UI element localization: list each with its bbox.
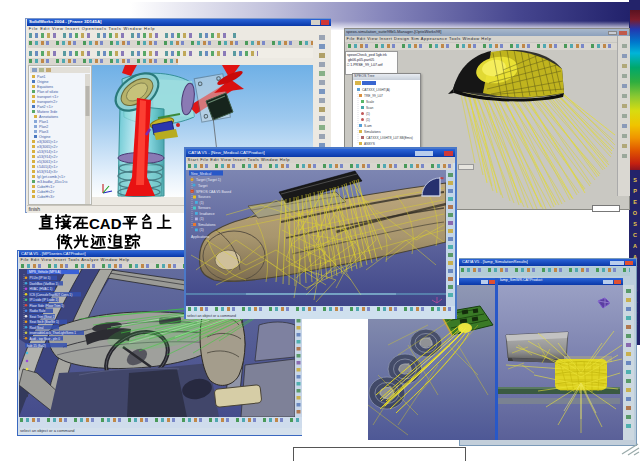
svg-text:t.5401(4)<1>: t.5401(4)<1> [37,165,58,169]
svg-text:m3.badlw_45cc1<c: m3.badlw_45cc1<c [37,180,68,184]
svg-text:SPEOS CAA V5 Based: SPEOS CAA V5 Based [196,190,231,194]
svg-text:(1): (1) [200,228,204,232]
svg-text:Target (Target 1): Target (Target 1) [196,178,221,182]
svg-text:a53(914)<2>: a53(914)<2> [37,155,58,159]
svg-text:Floor Side (Floor Trim 1): Floor Side (Floor Trim 1) [30,304,65,308]
svg-text:CATXXX_LIGHT(A): CATXXX_LIGHT(A) [362,88,390,92]
svg-text:Equations: Equations [37,85,53,89]
svg-text:Scan: Scan [366,106,373,110]
svg-text:lgl (prt.comb.)<1>: lgl (prt.comb.)<1> [37,175,65,179]
svg-text:S-am: S-am [364,124,372,128]
svg-text:Plan of silizio: Plan of silizio [37,90,58,94]
svg-text:Seat Trim (Seat 1): Seat Trim (Seat 1) [30,315,56,319]
svg-text:Annotations: Annotations [39,115,58,119]
svg-text:Irradiance: Irradiance [200,212,215,216]
svg-text:Simulations: Simulations [198,223,216,227]
svg-text:DashBox (VarBox 1): DashBox (VarBox 1) [30,282,59,286]
svg-text:(1): (1) [366,112,370,116]
svg-text:(1): (1) [366,118,370,122]
svg-text:transport<2>: transport<2> [37,100,57,104]
svg-text:Radio Rule: Radio Rule [30,309,46,313]
svg-text:Origine: Origine [37,80,49,84]
svg-text:Plan2: Plan2 [39,125,48,129]
svg-text:insercableLock_ThorLightSens 1: insercableLock_ThorLightSens 1 [30,331,77,335]
svg-text:CATXXX_LIGHT8_L07.SB(Emis): CATXXX_LIGHT8_L07.SB(Emis) [366,136,413,140]
svg-text:IP-Lside (IP Lside 1): IP-Lside (IP Lside 1) [30,298,59,302]
svg-text:Matiere 3rde: Matiere 3rde [37,110,57,114]
svg-text:Part2 <1>: Part2 <1> [37,105,53,109]
svg-text:PI-Un (IP kit 1): PI-Un (IP kit 1) [30,276,51,280]
svg-text:ICS (ConsoleTrav80T Cons 1): ICS (ConsoleTrav80T Cons 1) [30,293,73,297]
svg-text:e3(3065)<1>: e3(3065)<1> [37,140,58,144]
svg-text:e5(3061)<1>: e5(3061)<1> [37,160,58,164]
svg-text:CubeH<3>: CubeH<3> [37,195,54,199]
svg-text:Part1: Part1 [37,75,46,79]
svg-text:Sensors: Sensors [198,206,211,210]
svg-text:HVAC (HVAC 1): HVAC (HVAC 1) [30,287,53,291]
svg-text:Origine: Origine [39,135,51,139]
svg-text:transport <1>: transport <1> [37,95,58,99]
svg-text:CAD: CAD [89,215,122,232]
svg-text:(1): (1) [200,201,204,205]
svg-text:a53(914)<1>: a53(914)<1> [37,150,58,154]
svg-text:Plan1: Plan1 [39,120,48,124]
svg-text:e3(3065)<2>: e3(3065)<2> [37,145,58,149]
svg-text:Plan3: Plan3 [39,130,48,134]
svg-text:hub 15 (flat2): hub 15 (flat2) [27,344,46,348]
svg-text:Audi - top floor - pln 0: Audi - top floor - pln 0 [30,337,61,341]
svg-text:TRE_99_L07: TRE_99_L07 [364,94,383,98]
svg-text:Sources: Sources [198,195,211,199]
svg-text:(1): (1) [200,217,204,221]
svg-text:CubeH<2>: CubeH<2> [37,190,54,194]
svg-text:b53(914)<3>: b53(914)<3> [37,170,58,174]
svg-text:Target: Target [198,184,207,188]
svg-text:MPS_Vehicle (MPS A): MPS_Vehicle (MPS A) [29,270,61,274]
svg-text:New_Medical: New_Medical [191,172,212,176]
svg-text:Applications: Applications [191,235,210,239]
svg-text:Seat Str.fr (BseStr 1): Seat Str.fr (BseStr 1) [30,320,59,324]
svg-text:Simulations: Simulations [364,130,381,134]
svg-text:Roof Seal: Roof Seal [30,326,44,330]
svg-text:ANSYS: ANSYS [364,142,375,146]
svg-text:CubeH<1>: CubeH<1> [37,185,54,189]
svg-text:Scale: Scale [366,100,374,104]
